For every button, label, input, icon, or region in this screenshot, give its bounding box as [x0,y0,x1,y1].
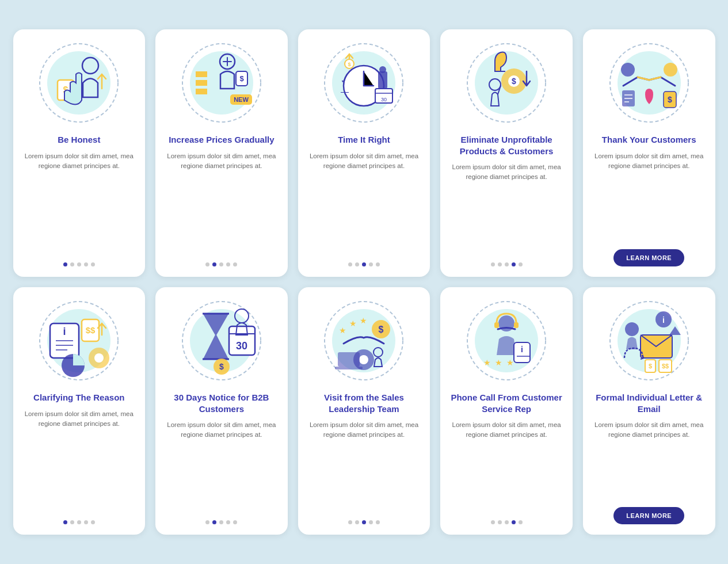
dot-5[interactable] [233,262,237,266]
dot-3[interactable] [362,520,366,524]
card-title-time-it-right: Time It Right [338,134,390,146]
card-title-formal-letter: Formal Individual Letter & Email [591,392,707,414]
dot-1[interactable] [205,520,209,524]
card-body-30-days-notice: Lorem ipsum dolor sit dim amet, mea regi… [163,420,280,513]
dot-4[interactable] [369,262,373,266]
dot-5[interactable] [91,262,95,266]
dot-5[interactable] [233,520,237,524]
dot-1[interactable] [205,262,209,266]
svg-text:$: $ [379,325,384,334]
card-title-increase-prices: Increase Prices Gradually [169,134,274,146]
svg-point-36 [621,63,635,77]
dot-2[interactable] [498,262,502,266]
card-dots-visit-sales [348,520,380,524]
svg-point-37 [664,63,677,77]
svg-text:★: ★ [483,358,491,367]
card-illustration-increase-prices: $ NEW [178,40,265,126]
svg-rect-76 [338,352,360,367]
dot-4[interactable] [84,520,88,524]
svg-text:30: 30 [381,97,387,102]
svg-text:i: i [521,345,523,354]
dot-4[interactable] [226,262,230,266]
dot-3[interactable] [505,262,509,266]
svg-text:—: — [341,87,349,96]
dot-4[interactable] [84,262,88,266]
card-illustration-be-honest: $ [36,40,122,126]
svg-rect-10 [196,71,207,77]
card-dots-eliminate-unprofitable [491,262,523,266]
svg-point-74 [359,355,368,364]
card-illustration-eliminate-unprofitable: $ [463,40,550,126]
dot-1[interactable] [63,520,67,524]
card-increase-prices: $ NEW Increase Prices GraduallyLorem ips… [155,29,288,277]
svg-text:★: ★ [506,358,514,367]
svg-text:$: $ [649,363,652,369]
dot-5[interactable] [376,262,380,266]
dot-3[interactable] [362,262,366,266]
card-be-honest: $ Be HonestLorem ipsum dolor sit dim ame… [13,29,146,277]
dot-2[interactable] [70,262,74,266]
card-phone-call: i ★ ★ ★ Phone Call From Customer Service… [440,287,573,535]
svg-point-92 [625,322,639,336]
dot-2[interactable] [355,262,359,266]
dot-5[interactable] [519,262,523,266]
card-dots-be-honest [63,262,95,266]
dot-2[interactable] [70,520,74,524]
card-body-clarifying-reason: Lorem ipsum dolor sit dim amet, mea regi… [21,409,138,514]
card-illustration-phone-call: i ★ ★ ★ [463,298,550,384]
card-illustration-clarifying-reason: i $$ [36,298,122,384]
dot-3[interactable] [77,520,81,524]
dot-1[interactable] [63,262,67,266]
card-body-eliminate-unprofitable: Lorem ipsum dolor sit dim amet, mea regi… [448,162,565,256]
dot-3[interactable] [505,520,509,524]
card-illustration-30-days-notice: 30 $ [178,298,265,384]
svg-text:★: ★ [349,319,357,328]
dot-3[interactable] [77,262,81,266]
card-dots-clarifying-reason [63,520,95,524]
card-clarifying-reason: i $$ Clarifying The ReasonLorem ipsum do… [13,287,146,535]
dot-5[interactable] [91,520,95,524]
dot-5[interactable] [376,520,380,524]
card-dots-time-it-right [348,262,380,266]
card-body-visit-sales: Lorem ipsum dolor sit dim amet, mea regi… [306,420,422,513]
card-title-clarifying-reason: Clarifying The Reason [33,392,124,403]
card-illustration-thank-customers: $ [606,40,692,126]
card-dots-increase-prices [205,262,237,266]
svg-text:i: i [63,326,66,337]
svg-text:✓: ✓ [341,75,348,85]
svg-text:NEW: NEW [234,96,249,103]
svg-text:$$: $$ [662,363,669,369]
dot-4[interactable] [512,262,516,266]
svg-point-55 [94,353,104,363]
svg-text:★: ★ [360,316,367,325]
dot-1[interactable] [491,262,495,266]
card-title-eliminate-unprofitable: Eliminate Unprofitable Products & Custom… [448,134,565,157]
dot-4[interactable] [512,520,516,524]
svg-text:$: $ [239,74,244,83]
dot-5[interactable] [519,520,523,524]
card-eliminate-unprofitable: $ Eliminate Unprofitable Products & Cust… [440,29,573,277]
card-body-formal-letter: Lorem ipsum dolor sit dim amet, mea regi… [591,420,707,500]
card-thank-customers: $ Thank Your CustomersLorem ipsum dolor … [583,29,715,277]
card-body-phone-call: Lorem ipsum dolor sit dim amet, mea regi… [448,420,565,513]
dot-4[interactable] [369,520,373,524]
svg-text:$: $ [219,362,224,371]
svg-text:★: ★ [339,326,346,335]
dot-3[interactable] [219,262,223,266]
dot-2[interactable] [355,520,359,524]
dot-4[interactable] [226,520,230,524]
learn-more-button-thank-customers[interactable]: LEARN MORE [613,249,684,266]
dot-2[interactable] [212,520,216,524]
dot-1[interactable] [491,520,495,524]
card-visit-sales: ★ ★ ★ $ Visit from the Sales Leadership … [298,287,430,535]
dot-2[interactable] [212,262,216,266]
card-title-phone-call: Phone Call From Customer Service Rep [448,392,565,414]
dot-1[interactable] [348,520,352,524]
card-title-30-days-notice: 30 Days Notice for B2B Customers [163,392,280,414]
dot-3[interactable] [219,520,223,524]
learn-more-button-formal-letter[interactable]: LEARN MORE [613,507,684,524]
dot-1[interactable] [348,262,352,266]
dot-2[interactable] [498,520,502,524]
card-dots-30-days-notice [205,520,237,524]
svg-rect-82 [514,322,519,328]
